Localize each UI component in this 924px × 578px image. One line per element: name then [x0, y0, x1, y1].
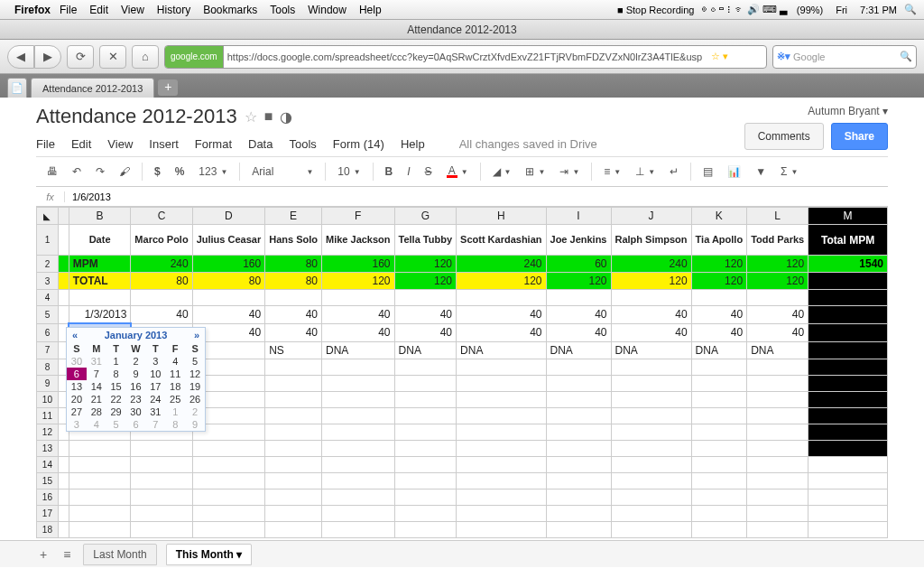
- fontsize-dropdown[interactable]: 10▼: [332, 163, 365, 181]
- dp-day[interactable]: 26: [185, 393, 205, 406]
- hdr-H[interactable]: Scott Kardashian: [457, 225, 546, 256]
- col-C[interactable]: C: [131, 208, 192, 225]
- formula-bar[interactable]: fx 1/6/2013: [36, 187, 888, 207]
- dp-day[interactable]: 15: [106, 380, 126, 393]
- dp-day[interactable]: 6: [126, 418, 146, 431]
- home-button[interactable]: ⌂: [132, 45, 159, 69]
- wrap-icon[interactable]: ↵: [664, 163, 684, 181]
- dmenu-view[interactable]: View: [107, 137, 133, 151]
- percent-icon[interactable]: %: [170, 163, 190, 181]
- hdr-J[interactable]: Ralph Simpson: [611, 225, 691, 256]
- spotlight-icon[interactable]: 🔍: [904, 4, 917, 15]
- dp-day[interactable]: 7: [145, 418, 165, 431]
- dp-day[interactable]: 6: [67, 368, 87, 380]
- dp-day[interactable]: 31: [145, 406, 165, 418]
- doc-title[interactable]: Attendance 2012-2013: [36, 105, 237, 128]
- hdr-C[interactable]: Marco Polo: [131, 225, 192, 256]
- dmenu-edit[interactable]: Edit: [71, 137, 91, 151]
- folder-icon[interactable]: ■: [264, 108, 273, 125]
- undo-icon[interactable]: ↶: [67, 163, 87, 181]
- col-A[interactable]: [58, 208, 69, 225]
- dp-day[interactable]: 25: [165, 393, 185, 406]
- functions-icon[interactable]: Σ▼: [775, 163, 803, 181]
- select-all[interactable]: ◣: [37, 208, 59, 225]
- filter-icon[interactable]: ▼: [750, 163, 772, 181]
- dp-day[interactable]: 12: [185, 368, 205, 380]
- dp-day[interactable]: 3: [145, 355, 165, 368]
- dp-day[interactable]: 19: [185, 380, 205, 393]
- site-identity[interactable]: google.com: [165, 46, 224, 68]
- dp-day[interactable]: 27: [67, 406, 87, 418]
- dp-day[interactable]: 30: [126, 406, 146, 418]
- merge-icon[interactable]: ⇥▼: [554, 163, 585, 181]
- tab-attendance[interactable]: Attendance 2012-2013: [31, 78, 154, 98]
- dp-day[interactable]: 3: [67, 418, 87, 431]
- r2-label[interactable]: MPM: [69, 256, 131, 273]
- fill-color-icon[interactable]: ◢▼: [487, 163, 517, 181]
- hdr-I[interactable]: Joe Jenkins: [546, 225, 611, 256]
- hdr-total[interactable]: Total MPM: [808, 225, 888, 256]
- url-bar[interactable]: google.com https://docs.google.com/sprea…: [164, 45, 767, 69]
- hdr-D[interactable]: Julius Ceasar: [192, 225, 265, 256]
- col-E[interactable]: E: [265, 208, 322, 225]
- dmenu-form[interactable]: Form (14): [333, 137, 384, 151]
- col-G[interactable]: G: [394, 208, 457, 225]
- dp-day[interactable]: 31: [87, 355, 106, 368]
- hdr-E[interactable]: Hans Solo: [265, 225, 322, 256]
- print-icon[interactable]: 🖶: [42, 163, 63, 181]
- valign-icon[interactable]: ⊥▼: [630, 163, 661, 181]
- r2-total[interactable]: 1540: [808, 256, 888, 273]
- back-button[interactable]: ◀: [7, 45, 34, 69]
- dp-day[interactable]: 18: [165, 380, 185, 393]
- reload-button[interactable]: ⟳: [67, 45, 94, 69]
- dmenu-data[interactable]: Data: [248, 137, 273, 151]
- dp-day[interactable]: 1: [165, 406, 185, 418]
- strike-icon[interactable]: S: [420, 163, 438, 181]
- bookmark-star-icon[interactable]: ☆ ▾: [706, 51, 734, 62]
- borders-icon[interactable]: ⊞▼: [520, 163, 550, 181]
- user-name[interactable]: Autumn Bryant ▾: [744, 105, 888, 117]
- dp-day[interactable]: 2: [126, 355, 146, 368]
- activity-icon[interactable]: ◑: [280, 108, 292, 126]
- dp-day[interactable]: 21: [87, 393, 106, 406]
- date-picker[interactable]: « January 2013 » SMTWTFS 303112345678910…: [66, 327, 206, 432]
- menu-view[interactable]: View: [121, 4, 144, 16]
- dp-day[interactable]: 10: [145, 368, 165, 380]
- dmenu-insert[interactable]: Insert: [149, 137, 179, 151]
- italic-icon[interactable]: I: [402, 163, 415, 181]
- dp-day[interactable]: 2: [185, 406, 205, 418]
- search-icon[interactable]: 🔍: [900, 51, 912, 62]
- dp-day[interactable]: 7: [87, 368, 106, 380]
- row-2[interactable]: 2: [37, 256, 59, 273]
- numfmt-dropdown[interactable]: 123▼: [193, 163, 233, 181]
- col-D[interactable]: D: [192, 208, 265, 225]
- dp-day[interactable]: 16: [126, 380, 146, 393]
- dmenu-format[interactable]: Format: [195, 137, 232, 151]
- bold-icon[interactable]: B: [380, 163, 399, 181]
- dp-next[interactable]: »: [194, 330, 199, 340]
- col-I[interactable]: I: [546, 208, 611, 225]
- hdr-G[interactable]: Tella Tubby: [394, 225, 457, 256]
- dp-day[interactable]: 9: [126, 368, 146, 380]
- r2c[interactable]: 240: [131, 256, 192, 273]
- add-sheet-icon[interactable]: +: [36, 547, 51, 562]
- stop-rec-icon[interactable]: ■ Stop Recording: [617, 5, 695, 15]
- dp-day[interactable]: 24: [145, 393, 165, 406]
- col-K[interactable]: K: [691, 208, 747, 225]
- menu-edit[interactable]: Edit: [89, 4, 108, 16]
- currency-icon[interactable]: $: [149, 163, 166, 181]
- dp-prev[interactable]: «: [72, 330, 78, 340]
- col-H[interactable]: H: [457, 208, 546, 225]
- menu-file[interactable]: File: [60, 4, 77, 16]
- dp-day[interactable]: 28: [87, 406, 106, 418]
- r5-date[interactable]: 1/3/2013: [69, 306, 131, 324]
- dp-day[interactable]: 4: [87, 418, 106, 431]
- col-M[interactable]: M: [808, 208, 888, 225]
- all-sheets-icon[interactable]: ≡: [60, 547, 74, 562]
- menu-history[interactable]: History: [157, 4, 190, 16]
- sheet-grid[interactable]: ◣ B C D E F G H I J K L M 1 Date Marco P…: [36, 207, 888, 548]
- hdr-K[interactable]: Tia Apollo: [691, 225, 747, 256]
- menu-window[interactable]: Window: [308, 4, 346, 16]
- app-name[interactable]: Firefox: [14, 4, 51, 16]
- col-B[interactable]: B: [69, 208, 131, 225]
